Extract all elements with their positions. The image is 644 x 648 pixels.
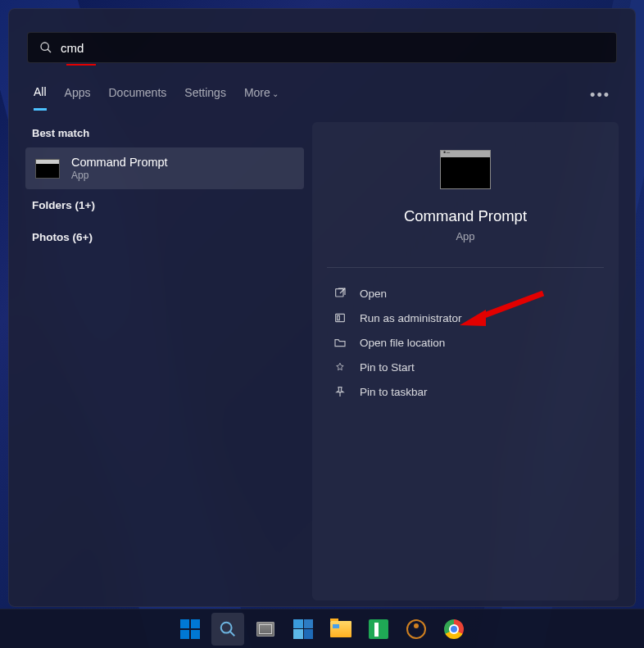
svg-point-0: [41, 43, 48, 50]
start-search-panel: All Apps Documents Settings More⌄ ••• Be…: [8, 8, 636, 607]
category-photos[interactable]: Photos (6+): [25, 221, 304, 253]
pin-icon: [333, 360, 347, 374]
task-view-icon: [256, 622, 274, 637]
svg-line-1: [48, 49, 51, 52]
search-input[interactable]: [61, 41, 605, 55]
taskbar-search-button[interactable]: [211, 613, 244, 646]
action-pin-to-start[interactable]: Pin to Start: [327, 355, 604, 379]
action-label: Run as administrator: [360, 312, 462, 324]
tab-apps[interactable]: Apps: [65, 81, 91, 109]
action-open-file-location[interactable]: Open file location: [327, 330, 604, 355]
preview-subtitle: App: [456, 230, 474, 242]
app-icon: ▌: [369, 619, 388, 639]
taskbar-app-green[interactable]: ▌: [362, 613, 395, 646]
action-pin-to-taskbar[interactable]: Pin to taskbar: [327, 379, 604, 404]
app-icon: [406, 619, 426, 639]
chevron-down-icon: ⌄: [272, 89, 279, 98]
annotation-underline: [66, 64, 96, 66]
best-match-label: Best match: [25, 122, 304, 147]
task-view-button[interactable]: [249, 613, 282, 646]
admin-shield-icon: [333, 311, 347, 324]
cmd-icon: [35, 159, 60, 179]
action-run-as-administrator[interactable]: Run as administrator: [327, 306, 604, 330]
open-icon: [333, 287, 347, 300]
windows-logo-icon: [180, 619, 200, 639]
chrome-icon: [444, 619, 464, 639]
svg-point-7: [221, 622, 232, 632]
tab-documents[interactable]: Documents: [108, 81, 166, 109]
widgets-button[interactable]: [287, 613, 320, 646]
action-open[interactable]: Open: [327, 281, 604, 306]
pin-icon: [333, 385, 347, 398]
search-icon: [39, 41, 52, 54]
action-label: Open file location: [360, 337, 445, 349]
action-label: Pin to Start: [360, 361, 415, 374]
taskbar: ▌: [0, 609, 644, 648]
action-label: Open: [360, 288, 387, 300]
action-label: Pin to taskbar: [360, 386, 428, 398]
result-command-prompt[interactable]: Command Prompt App: [25, 147, 304, 189]
search-icon: [219, 620, 237, 638]
svg-line-8: [230, 631, 235, 636]
widgets-icon: [293, 619, 313, 639]
preview-title: Command Prompt: [404, 207, 527, 225]
result-subtitle: App: [71, 170, 168, 181]
start-button[interactable]: [174, 613, 206, 646]
category-folders[interactable]: Folders (1+): [25, 189, 304, 221]
filter-tabs: All Apps Documents Settings More⌄ •••: [9, 75, 635, 111]
result-title: Command Prompt: [71, 156, 168, 169]
search-box[interactable]: [27, 32, 617, 63]
folder-icon: [330, 621, 351, 637]
svg-rect-4: [338, 315, 340, 319]
tab-settings[interactable]: Settings: [184, 81, 226, 109]
svg-rect-2: [336, 289, 343, 297]
folder-icon: [333, 336, 347, 349]
taskbar-app-orange[interactable]: [400, 613, 433, 646]
tab-all[interactable]: All: [34, 80, 47, 111]
chrome-button[interactable]: [438, 613, 470, 646]
options-button[interactable]: •••: [590, 87, 610, 104]
preview-cmd-icon: [440, 150, 491, 189]
preview-pane: Command Prompt App Open Run as administr…: [312, 122, 619, 600]
tab-more[interactable]: More⌄: [244, 81, 279, 109]
file-explorer-button[interactable]: [324, 613, 357, 646]
divider: [327, 267, 604, 268]
results-column: Best match Command Prompt App Folders (1…: [25, 122, 304, 600]
